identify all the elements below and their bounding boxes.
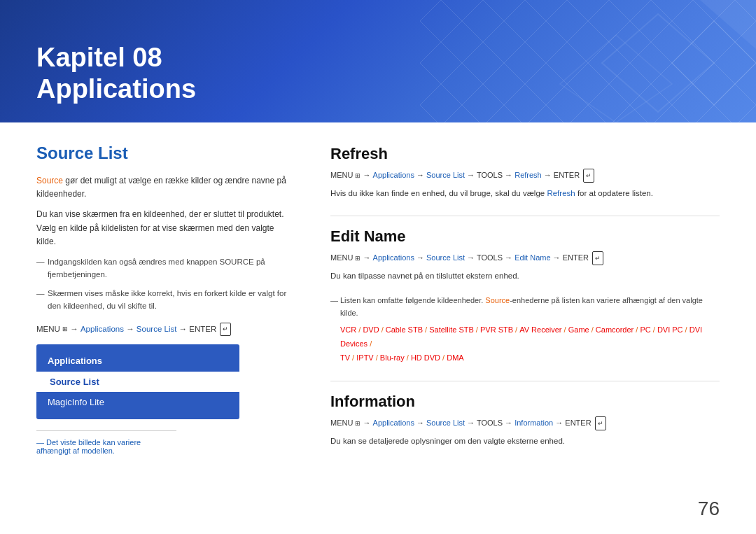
source-highlight-1: Source (36, 176, 63, 185)
menu-icon-4: ⊞ (355, 418, 360, 429)
main-content: Source List Source gør det muligt at væl… (0, 122, 756, 534)
enter-icon-3: ↵ (592, 251, 603, 265)
editname-link: Edit Name (514, 253, 550, 262)
apps-link-1: Applications (80, 325, 124, 333)
divider-2 (330, 381, 720, 381)
right-column: Refresh MENU ⊞ → Applications → Source L… (330, 143, 720, 520)
divider-1 (330, 216, 720, 216)
information-link: Information (514, 419, 553, 427)
edit-name-heading: Edit Name (330, 227, 720, 246)
svg-rect-1 (420, 0, 756, 122)
header-pattern (420, 0, 756, 122)
menu-icon-1: ⊞ (62, 324, 68, 334)
apps-link-3: Applications (373, 253, 414, 262)
menu-line-left: MENU ⊞ → Applications → Source List → EN… (36, 323, 288, 336)
app-menu-box: Applications Source List MagicInfo Lite (36, 344, 239, 419)
dvi-pc: DVI PC (657, 325, 683, 334)
source-link-1: Source List (136, 325, 177, 333)
source-link-4: Source List (426, 419, 465, 427)
pvr-stb: PVR STB (480, 325, 513, 334)
refresh-desc: Hvis du ikke kan finde en enhed, du vil … (330, 187, 720, 199)
refresh-inline: Refresh (547, 189, 575, 197)
page-number: 76 (698, 498, 720, 520)
source-highlight-2: Source (485, 296, 510, 304)
edit-name-note: Listen kan omfatte følgende kildeenheder… (330, 295, 720, 319)
source-link-3: Source List (426, 253, 465, 262)
edit-name-section: Edit Name MENU ⊞ → Applications → Source… (330, 227, 720, 365)
enter-icon-1: ↵ (220, 323, 231, 335)
refresh-section: Refresh MENU ⊞ → Applications → Source L… (330, 145, 720, 200)
vcr: VCR (340, 325, 356, 334)
hd-dvd: HD DVD (411, 353, 440, 362)
iptv: IPTV (356, 353, 373, 362)
edit-name-desc: Du kan tilpasse navnet på en tilsluttet … (330, 269, 720, 282)
enter-icon-2: ↵ (583, 169, 594, 183)
title-label: Applications (36, 73, 196, 106)
page-header: Kapitel 08 Applications (0, 0, 756, 122)
para2: Du kan vise skærmen fra en kildeenhed, d… (36, 208, 288, 248)
apps-link-4: Applications (373, 419, 414, 427)
camcorder: Camcorder (596, 325, 634, 334)
chapter-label: Kapitel 08 (36, 42, 196, 74)
dvd: DVD (363, 325, 379, 334)
source-link-2: Source List (426, 171, 465, 179)
edit-name-menu-path: MENU ⊞ → Applications → Source List → TO… (330, 251, 720, 265)
refresh-menu-path: MENU ⊞ → Applications → Source List → TO… (330, 169, 720, 183)
menu-icon-2: ⊞ (355, 170, 360, 181)
pc: PC (640, 325, 650, 334)
satellite-stb: Satellite STB (429, 325, 474, 334)
para1: Source gør det muligt at vælge en række … (36, 174, 288, 201)
information-desc: Du kan se detaljerede oplysninger om den… (330, 435, 720, 447)
enter-icon-4: ↵ (595, 416, 606, 430)
information-section: Information MENU ⊞ → Applications → Sour… (330, 393, 720, 448)
blu-ray: Blu-ray (380, 353, 405, 362)
menu-icon-3: ⊞ (355, 253, 360, 264)
source-list-title: Source List (36, 143, 288, 163)
magicinfo-menu-item[interactable]: MagicInfo Lite (36, 392, 239, 412)
game: Game (568, 325, 589, 334)
dma: DMA (447, 353, 463, 362)
information-heading: Information (330, 393, 720, 411)
av-receiver: AV Receiver (519, 325, 561, 334)
device-list: VCR / DVD / Cable STB / Satellite STB / … (340, 323, 720, 365)
refresh-link: Refresh (514, 171, 542, 179)
cable-stb: Cable STB (386, 325, 423, 334)
caption-note: ― Det viste billede kan variere afhængig… (36, 430, 176, 455)
app-menu-header: Applications (36, 351, 239, 372)
information-menu-path: MENU ⊞ → Applications → Source List → TO… (330, 416, 720, 430)
header-title: Kapitel 08 Applications (36, 42, 196, 106)
apps-link-2: Applications (373, 171, 414, 179)
note-1: Indgangskilden kan også ændres med knapp… (36, 255, 288, 281)
tv: TV (340, 353, 350, 362)
refresh-heading: Refresh (330, 145, 720, 163)
source-list-menu-item[interactable]: Source List (36, 372, 239, 392)
note-2: Skærmen vises måske ikke korrekt, hvis e… (36, 287, 288, 313)
left-column: Source List Source gør det muligt at væl… (36, 143, 288, 520)
